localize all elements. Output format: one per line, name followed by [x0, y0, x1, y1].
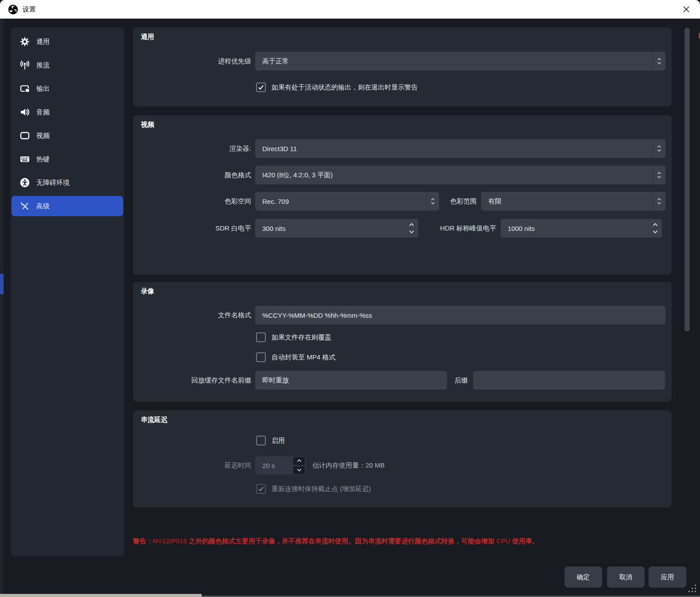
- sidebar-item-hotkeys[interactable]: 热键: [12, 149, 123, 169]
- color-format-value: I420 (8位, 4:2:0, 3 平面): [255, 171, 653, 179]
- replay-prefix-label: 回放缓存文件名前缀: [133, 371, 251, 390]
- hdr-peak-level-label: HDR 标称峰值电平: [416, 219, 496, 238]
- delay-duration-value: 20 s: [255, 462, 292, 469]
- vertical-scrollbar-thumb[interactable]: [684, 28, 690, 332]
- hdr-peak-level-spinner[interactable]: 1000 nits: [501, 219, 662, 238]
- sidebar-item-advanced[interactable]: 高级: [12, 196, 123, 216]
- chevron-up-down-icon: [653, 166, 665, 184]
- chevron-up-down-icon: [653, 192, 665, 211]
- sidebar-item-label: 热键: [36, 155, 50, 164]
- section-video-title: 视频: [141, 121, 154, 129]
- sidebar-item-video[interactable]: 视频: [12, 125, 123, 146]
- accessibility-icon: [19, 177, 30, 188]
- arrow-up-icon: [409, 223, 414, 226]
- section-video: 视频 渲染器: Direct3D 11 颜色格式 I420 (8位, 4:2:0…: [133, 115, 672, 275]
- delay-enable-checkbox[interactable]: [256, 436, 266, 445]
- sidebar-item-audio[interactable]: 音频: [12, 102, 123, 122]
- process-priority-label: 进程优先级: [133, 52, 251, 70]
- warning-text-end: 使用率。: [510, 537, 539, 545]
- color-space-value: Rec. 709: [255, 198, 426, 205]
- chevron-up-down-icon: [653, 52, 665, 70]
- sidebar-item-label: 通用: [36, 38, 50, 46]
- color-range-select[interactable]: 有限: [481, 192, 665, 211]
- preserve-cutoff-label: 重新连接时保持截止点 (增加延迟): [272, 485, 371, 493]
- sidebar-item-general[interactable]: 通用: [12, 31, 123, 52]
- gear-icon: [19, 36, 30, 47]
- background-window-fragment: [0, 274, 4, 294]
- sidebar-item-label: 音频: [36, 108, 50, 117]
- suffix-input[interactable]: [473, 371, 665, 390]
- warn-on-exit-label: 如果有处于活动状态的输出，则在退出时显示警告: [272, 83, 418, 92]
- warn-on-exit-row: 如果有处于活动状态的输出，则在退出时显示警告: [256, 82, 418, 92]
- resize-grip[interactable]: [687, 583, 698, 594]
- remux-checkbox[interactable]: [256, 352, 266, 362]
- warning-text: 之外的颜色格式主要用于录像，并不推荐在串流时使用。因为串流时需要进行颜色格式转换…: [187, 537, 496, 545]
- sdr-white-level-label: SDR 白电平: [133, 219, 251, 238]
- spinner-arrows[interactable]: [649, 219, 662, 238]
- hotkeys-icon: [19, 154, 30, 164]
- apply-button[interactable]: 应用: [649, 566, 686, 588]
- background-taskbar-edge: [0, 594, 202, 597]
- section-stream-delay-title: 串流延迟: [141, 416, 167, 424]
- settings-sidebar: 通用 推流 输出: [11, 27, 124, 556]
- delay-enable-label: 启用: [272, 437, 285, 445]
- warn-on-exit-checkbox[interactable]: [256, 82, 266, 92]
- renderer-select[interactable]: Direct3D 11: [255, 139, 665, 158]
- arrow-down-icon: [653, 230, 658, 234]
- section-recording: 录像 文件名格式 如果文件存在则覆盖 自动封装至 MP4 格式 回放缓存文件名前…: [133, 282, 672, 402]
- arrow-up-icon: [653, 223, 658, 226]
- filename-format-label: 文件名格式: [133, 306, 251, 324]
- remux-label: 自动封装至 MP4 格式: [272, 353, 335, 362]
- process-priority-select[interactable]: 高于正常: [255, 52, 665, 70]
- color-space-select[interactable]: Rec. 709: [255, 192, 439, 211]
- section-recording-title: 录像: [141, 287, 154, 296]
- preserve-cutoff-row: 重新连接时保持截止点 (增加延迟): [256, 484, 371, 494]
- dialog-title: 设置: [23, 5, 36, 14]
- hdr-peak-level-value: 1000 nits: [501, 225, 649, 232]
- color-format-label: 颜色格式: [133, 166, 251, 184]
- arrow-up-icon: [293, 457, 305, 465]
- audio-icon: [19, 107, 30, 117]
- renderer-value: Direct3D 11: [255, 145, 653, 152]
- arrow-down-icon: [409, 230, 414, 234]
- sdr-white-level-spinner[interactable]: 300 nits: [255, 219, 418, 238]
- renderer-label: 渲染器:: [133, 139, 251, 158]
- color-format-select[interactable]: I420 (8位, 4:2:0, 3 平面): [255, 166, 665, 184]
- delay-memory-note: 估计内存使用量：20 MB: [312, 456, 385, 475]
- preserve-cutoff-checkbox: [256, 484, 266, 494]
- delay-enable-row: 启用: [256, 436, 285, 445]
- section-general: 通用 进程优先级 高于正常 如果有处于活动状态的输出，则在退出时显示警告: [133, 27, 672, 106]
- overwrite-checkbox[interactable]: [256, 332, 266, 342]
- section-general-title: 通用: [141, 33, 154, 41]
- dialog-titlebar: 设置: [0, 0, 700, 19]
- color-space-label: 色彩空间: [133, 192, 251, 211]
- spinner-arrows: [292, 456, 306, 475]
- sdr-white-level-value: 300 nits: [255, 225, 405, 232]
- ok-button[interactable]: 确定: [564, 566, 602, 588]
- delay-duration-spinner: 20 s: [255, 456, 306, 475]
- output-icon: [19, 83, 30, 94]
- sidebar-item-stream[interactable]: 推流: [12, 55, 123, 75]
- warning-format-names: NV12/P010: [153, 537, 187, 545]
- sidebar-item-accessibility[interactable]: 无障碍环境: [12, 172, 123, 193]
- close-button[interactable]: [680, 3, 693, 16]
- section-stream-delay: 串流延迟 启用 延迟时间 20 s 估计内存使用量：20 MB 重新连接时保持截…: [133, 410, 672, 507]
- broadcast-icon: [19, 60, 30, 70]
- remux-row: 自动封装至 MP4 格式: [256, 352, 335, 362]
- obs-logo-icon: [8, 4, 18, 15]
- advanced-tools-icon: [19, 201, 30, 211]
- background-window-edge: [0, 19, 4, 597]
- filename-format-input[interactable]: [255, 306, 665, 324]
- sidebar-item-label: 高级: [36, 202, 50, 211]
- process-priority-value: 高于正常: [255, 57, 653, 66]
- overwrite-row: 如果文件存在则覆盖: [256, 332, 331, 342]
- cancel-button[interactable]: 取消: [607, 566, 645, 588]
- delay-duration-label: 延迟时间: [133, 456, 251, 475]
- chevron-up-down-icon: [653, 139, 665, 158]
- color-range-label: 色彩范围: [419, 192, 477, 211]
- sidebar-item-output[interactable]: 输出: [12, 78, 123, 99]
- sidebar-item-label: 推流: [36, 61, 50, 70]
- color-range-value: 有限: [481, 197, 653, 206]
- replay-prefix-input[interactable]: [255, 371, 447, 390]
- close-icon: [682, 5, 691, 14]
